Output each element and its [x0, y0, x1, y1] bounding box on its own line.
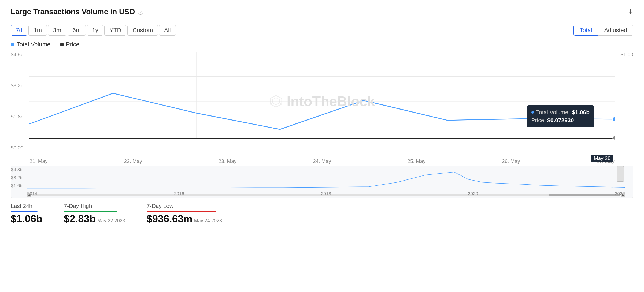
legend-dot-price	[60, 43, 64, 46]
chart-svg	[29, 52, 615, 151]
chart-container: $4.8b $3.2b $1.6b $0.00 $1.00	[11, 52, 633, 287]
x-label-26may: 26. May	[502, 158, 520, 164]
time-btn-6m[interactable]: 6m	[68, 25, 86, 36]
stat-last24h-label: Last 24h	[11, 203, 42, 209]
overview-chart: $4.8b $3.2b $1.6b	[11, 166, 633, 198]
chart-legend: Total Volume Price	[11, 41, 633, 48]
overview-svg-area	[27, 166, 625, 190]
legend-label-price: Price	[66, 41, 79, 48]
x-label-25may: 25. May	[408, 158, 426, 164]
stat-7day-low-label: 7-Day Low	[147, 203, 222, 209]
y-axis-right: $1.00	[615, 52, 633, 151]
svg-point-11	[612, 117, 615, 121]
stat-7day-high-value: $2.83bMay 22 2023	[64, 213, 125, 225]
x-label-23may: 23. May	[219, 158, 237, 164]
overview-y-axis: $4.8b $3.2b $1.6b	[11, 166, 27, 190]
y-label-4.8b: $4.8b	[11, 52, 29, 58]
time-range-buttons: 7d 1m 3m 6m 1y YTD Custom All	[11, 25, 176, 36]
controls-row: 7d 1m 3m 6m 1y YTD Custom All Total Adju…	[11, 25, 633, 36]
help-icon[interactable]: ?	[138, 9, 143, 15]
scroll-controls	[617, 166, 624, 182]
time-btn-3m[interactable]: 3m	[48, 25, 66, 36]
stat-7day-low-value: $936.63mMay 24 2023	[147, 213, 222, 225]
page-title: Large Transactions Volume in USD	[11, 8, 135, 16]
main-chart: $4.8b $3.2b $1.6b $0.00 $1.00	[11, 52, 633, 164]
stat-7day-high-underline	[64, 211, 117, 212]
legend-price: Price	[60, 41, 79, 48]
time-btn-all[interactable]: All	[159, 25, 176, 36]
legend-total-volume: Total Volume	[11, 41, 50, 48]
tooltip-date-label: May 28	[591, 155, 613, 162]
overview-x-2016: 2016	[174, 191, 184, 197]
overview-y-4.8b: $4.8b	[11, 167, 27, 173]
stat-7day-high-label: 7-Day High	[64, 203, 125, 209]
overview-x-2020: 2020	[468, 191, 478, 197]
page-header: Large Transactions Volume in USD ? ⬇	[11, 8, 633, 20]
view-btn-total[interactable]: Total	[573, 25, 598, 36]
y-axis-left: $4.8b $3.2b $1.6b $0.00	[11, 52, 29, 151]
y-label-3.2b: $3.2b	[11, 83, 29, 89]
time-btn-custom[interactable]: Custom	[127, 25, 158, 36]
x-axis: 21. May 22. May 23. May 24. May 25. May …	[29, 151, 615, 164]
stat-last24h: Last 24h $1.06b	[11, 203, 42, 225]
view-btn-adjusted[interactable]: Adjusted	[598, 25, 633, 36]
time-btn-ytd[interactable]: YTD	[104, 25, 126, 36]
x-label-24may: 24. May	[313, 158, 331, 164]
overview-y-1.6b: $1.6b	[11, 183, 27, 189]
overview-y-3.2b: $3.2b	[11, 175, 27, 181]
overview-x-axis: 2014 2016 2018 2020 2022	[27, 191, 625, 197]
svg-point-12	[613, 136, 615, 140]
view-toggle: Total Adjusted	[573, 25, 633, 36]
scroll-handle[interactable]	[617, 166, 624, 182]
time-btn-7d[interactable]: 7d	[11, 25, 27, 36]
overview-x-2018: 2018	[321, 191, 331, 197]
overview-x-2022: 2022	[615, 191, 625, 197]
time-btn-1y[interactable]: 1y	[87, 25, 103, 36]
overview-svg	[27, 166, 625, 190]
y-label-1.6b: $1.6b	[11, 114, 29, 120]
stat-last24h-value: $1.06b	[11, 213, 42, 225]
legend-dot-volume	[11, 43, 14, 46]
stat-7day-low: 7-Day Low $936.63mMay 24 2023	[147, 203, 222, 225]
download-icon[interactable]: ⬇	[628, 8, 633, 16]
time-btn-1m[interactable]: 1m	[28, 25, 47, 36]
stat-7day-high: 7-Day High $2.83bMay 22 2023	[64, 203, 125, 225]
x-label-21may: 21. May	[29, 158, 48, 164]
stat-7day-low-underline	[147, 211, 216, 212]
chart-svg-area: IntoTheBlock Total Volume: $1.06b Price:…	[29, 52, 615, 151]
x-label-22may: 22. May	[124, 158, 142, 164]
stat-7day-high-date: May 22 2023	[97, 218, 125, 223]
stat-last24h-underline	[11, 211, 38, 212]
legend-label-volume: Total Volume	[17, 41, 50, 48]
y-label-1.00: $1.00	[620, 52, 633, 58]
y-label-0: $0.00	[11, 145, 29, 151]
stats-row: Last 24h $1.06b 7-Day High $2.83bMay 22 …	[11, 203, 633, 225]
stat-7day-low-date: May 24 2023	[194, 218, 222, 223]
overview-x-2014: 2014	[27, 191, 37, 197]
